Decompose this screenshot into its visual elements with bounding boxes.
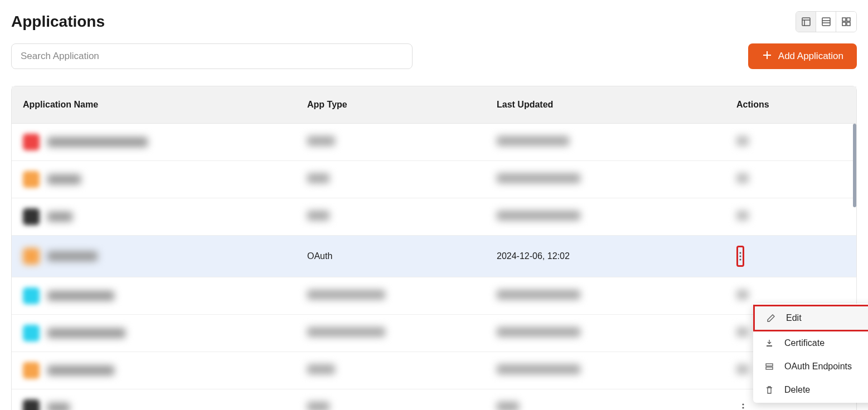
plus-icon xyxy=(762,50,773,64)
table-row[interactable] xyxy=(12,124,856,161)
svg-rect-3 xyxy=(822,18,830,26)
view-grid-icon[interactable] xyxy=(836,12,856,32)
cell-last-updated: 2024-12-06, 12:02 xyxy=(497,251,731,261)
svg-rect-12 xyxy=(767,345,772,346)
svg-rect-9 xyxy=(847,22,850,26)
app-icon xyxy=(23,171,40,188)
app-icon xyxy=(23,362,40,379)
view-toggle-group xyxy=(796,11,857,32)
add-button-label: Add Application xyxy=(778,51,843,62)
dropdown-delete-label: Delete xyxy=(784,385,810,395)
col-header-updated: Last Updated xyxy=(497,100,731,110)
row-actions-kebab-icon[interactable] xyxy=(736,246,744,267)
app-icon xyxy=(23,287,40,304)
dropdown-certificate-label: Certificate xyxy=(784,338,825,348)
app-icon xyxy=(23,134,40,150)
table-body: Edit Certificate OAuth Endpoints Delete xyxy=(12,124,856,410)
app-icon xyxy=(23,399,40,410)
table-row[interactable] xyxy=(12,315,856,352)
trash-icon xyxy=(764,385,774,395)
dropdown-oauth-label: OAuth Endpoints xyxy=(784,362,852,372)
dropdown-delete[interactable]: Delete xyxy=(753,378,868,402)
svg-rect-14 xyxy=(766,367,773,369)
endpoints-icon xyxy=(764,362,774,372)
svg-rect-6 xyxy=(842,18,846,21)
view-list-icon[interactable] xyxy=(816,12,836,32)
view-table-icon[interactable] xyxy=(796,12,816,32)
table-row[interactable] xyxy=(12,161,856,198)
table-row[interactable] xyxy=(12,277,856,315)
page-title: Applications xyxy=(11,13,105,31)
add-application-button[interactable]: Add Application xyxy=(748,43,857,69)
svg-point-16 xyxy=(739,255,741,257)
col-header-actions: Actions xyxy=(731,100,845,110)
table-row[interactable]: OAuth2024-12-06, 12:02 xyxy=(12,236,856,277)
search-input[interactable] xyxy=(11,43,413,69)
col-header-type: App Type xyxy=(307,100,497,110)
dropdown-oauth-endpoints[interactable]: OAuth Endpoints xyxy=(753,355,868,378)
svg-rect-7 xyxy=(847,18,850,21)
row-actions-kebab-icon[interactable] xyxy=(736,401,750,410)
applications-table: Application Name App Type Last Updated A… xyxy=(11,86,857,410)
svg-rect-0 xyxy=(802,18,810,26)
table-row[interactable] xyxy=(12,389,856,410)
svg-point-18 xyxy=(742,403,744,405)
actions-dropdown: Edit Certificate OAuth Endpoints Delete xyxy=(753,304,868,403)
cell-app-type: OAuth xyxy=(307,251,497,261)
table-row[interactable] xyxy=(12,198,856,236)
dropdown-edit-label: Edit xyxy=(786,313,802,323)
scrollbar[interactable] xyxy=(853,124,856,207)
dropdown-certificate[interactable]: Certificate xyxy=(753,331,868,355)
download-icon xyxy=(764,338,774,348)
app-icon xyxy=(23,248,40,265)
svg-point-19 xyxy=(742,407,744,408)
pencil-icon xyxy=(766,313,776,323)
dropdown-edit[interactable]: Edit xyxy=(753,305,868,331)
svg-rect-13 xyxy=(766,364,773,366)
table-row[interactable] xyxy=(12,352,856,389)
col-header-name: Application Name xyxy=(23,100,307,110)
svg-point-15 xyxy=(739,252,741,253)
svg-point-17 xyxy=(739,258,741,260)
app-icon xyxy=(23,208,40,225)
app-icon xyxy=(23,325,40,341)
svg-rect-8 xyxy=(842,22,846,26)
table-header: Application Name App Type Last Updated A… xyxy=(12,86,856,124)
